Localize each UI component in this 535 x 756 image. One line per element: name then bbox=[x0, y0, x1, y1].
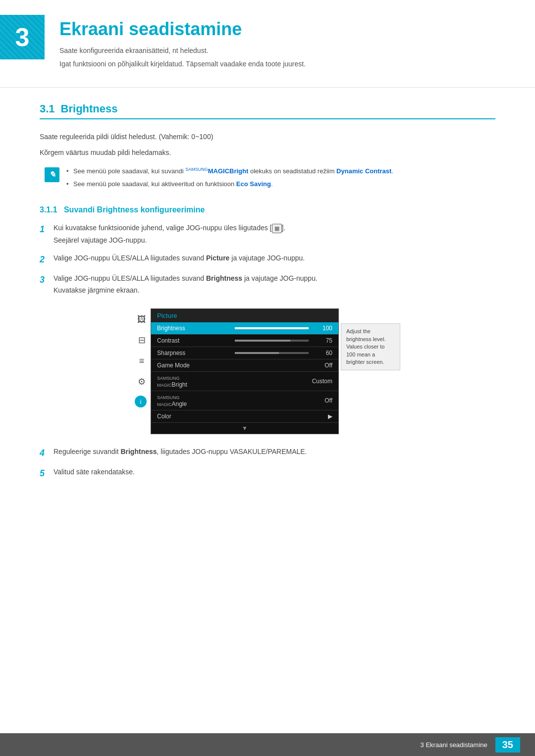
menu-label-gamemode: Game Mode bbox=[157, 362, 245, 369]
menu-item-magicbright: SAMSUNGMAGICBright Custom bbox=[151, 372, 338, 391]
monitor-wrapper: 🖼 ⊟ ≡ ⚙ i Picture Brightness 100 bbox=[135, 308, 400, 434]
subsection-311-header: 3.1.1 Suvandi Brightness konfigureerimin… bbox=[40, 205, 495, 214]
menu-scroll-down: ▼ bbox=[151, 423, 338, 434]
step-num-5: 5 bbox=[40, 466, 54, 481]
step-num-3: 3 bbox=[40, 273, 54, 287]
note-pencil-icon: ✎ bbox=[49, 170, 55, 179]
monitor-menu-icon: ≡ bbox=[135, 354, 149, 368]
monitor-left-icons: 🖼 ⊟ ≡ ⚙ i bbox=[135, 308, 149, 414]
note-item-1: See menüü pole saadaval, kui suvandi SAM… bbox=[66, 166, 393, 176]
monitor-gear-icon: ⚙ bbox=[135, 375, 149, 389]
contrast-bar bbox=[235, 340, 309, 342]
note-box: ✎ See menüü pole saadaval, kui suvandi S… bbox=[40, 166, 495, 192]
chapter-desc1: Saate konfigureerida ekraanisätteid, nt … bbox=[59, 46, 306, 56]
kbd-icon: ▦ bbox=[272, 224, 282, 234]
menu-label-brightness: Brightness bbox=[157, 325, 231, 332]
section-desc2: Kõrgem väärtus muudab pildi heledamaks. bbox=[40, 147, 495, 158]
monitor-tooltip: Adjust the brightness level. Values clos… bbox=[341, 323, 400, 370]
color-value: ▶ bbox=[245, 413, 332, 420]
chapter-desc2: Igat funktsiooni on põhjalikult kirjelda… bbox=[59, 59, 306, 69]
step-3: 3 Valige JOG-nuppu ÜLES/ALLA liigutades … bbox=[40, 273, 495, 297]
chapter-title-block: Ekraani seadistamine Saate konfigureerid… bbox=[59, 15, 306, 72]
step-content-1: Kui kuvatakse funktsioonide juhend, vali… bbox=[54, 222, 495, 247]
magicangle-value: Off bbox=[245, 397, 332, 404]
step-content-2: Valige JOG-nuppu ÜLES/ALLA liigutades su… bbox=[54, 252, 495, 264]
menu-item-gamemode: Game Mode Off bbox=[151, 359, 338, 372]
footer-chapter-label: 3 Ekraani seadistamine bbox=[421, 741, 487, 749]
footer: 3 Ekraani seadistamine 35 bbox=[0, 733, 535, 756]
note-item-2: See menüü pole saadaval, kui aktiveeritu… bbox=[66, 179, 393, 189]
sharpness-value: 60 bbox=[313, 350, 332, 356]
menu-item-brightness: Brightness 100 bbox=[151, 322, 338, 335]
section-header-31: 3.1 Brightness bbox=[40, 102, 495, 119]
menu-item-magicangle: SAMSUNGMAGICAngle Off bbox=[151, 391, 338, 410]
monitor-screen: Picture Brightness 100 Contrast bbox=[151, 308, 339, 434]
monitor-container: 🖼 ⊟ ≡ ⚙ i Picture Brightness 100 bbox=[40, 308, 495, 434]
section-title-31: Brightness bbox=[61, 102, 118, 115]
brightness-bar-fill bbox=[235, 327, 309, 329]
step-num-2: 2 bbox=[40, 252, 54, 267]
section-31: 3.1 Brightness Saate reguleerida pildi ü… bbox=[0, 102, 535, 481]
monitor-display-icon: ⊟ bbox=[135, 333, 149, 347]
footer-page-number: 35 bbox=[495, 737, 520, 753]
step-content-5: Valitud säte rakendatakse. bbox=[54, 466, 495, 478]
menu-item-sharpness: Sharpness 60 bbox=[151, 347, 338, 359]
monitor-info-icon: i bbox=[135, 396, 147, 407]
contrast-value: 75 bbox=[313, 337, 332, 344]
sharpness-bar-fill bbox=[235, 352, 279, 354]
step-num-4: 4 bbox=[40, 446, 54, 460]
section-number-31: 3.1 bbox=[40, 102, 55, 115]
brightness-value: 100 bbox=[313, 325, 332, 332]
steps-list: 1 Kui kuvatakse funktsioonide juhend, va… bbox=[40, 222, 495, 297]
menu-label-sharpness: Sharpness bbox=[157, 350, 231, 356]
section-desc1: Saate reguleerida pildi üldist heledust.… bbox=[40, 131, 495, 142]
menu-label-contrast: Contrast bbox=[157, 337, 231, 344]
menu-item-color: Color ▶ bbox=[151, 410, 338, 423]
subsection-311-title: 3.1.1 Suvandi Brightness konfigureerimin… bbox=[40, 205, 205, 214]
chapter-number-block: 3 bbox=[0, 15, 45, 59]
magicbright-value: Custom bbox=[245, 378, 332, 385]
chapter-header: 3 Ekraani seadistamine Saate konfigureer… bbox=[0, 0, 535, 82]
steps-list-45: 4 Reguleerige suvandit Brightness, liigu… bbox=[40, 446, 495, 481]
step-content-3: Valige JOG-nuppu ÜLES/ALLA liigutades su… bbox=[54, 273, 495, 297]
contrast-bar-fill bbox=[235, 340, 290, 342]
step-4: 4 Reguleerige suvandit Brightness, liigu… bbox=[40, 446, 495, 460]
step-5: 5 Valitud säte rakendatakse. bbox=[40, 466, 495, 481]
menu-panel: Picture Brightness 100 Contrast bbox=[151, 309, 338, 434]
chapter-number: 3 bbox=[15, 22, 30, 52]
step-num-1: 1 bbox=[40, 222, 54, 237]
monitor-picture-icon: 🖼 bbox=[135, 312, 149, 326]
menu-header: Picture bbox=[151, 309, 338, 322]
step-2: 2 Valige JOG-nuppu ÜLES/ALLA liigutades … bbox=[40, 252, 495, 267]
menu-label-magicbright: SAMSUNGMAGICBright bbox=[157, 374, 245, 388]
menu-item-contrast: Contrast 75 bbox=[151, 335, 338, 347]
step-content-4: Reguleerige suvandit Brightness, liiguta… bbox=[54, 446, 495, 458]
menu-label-magicangle: SAMSUNGMAGICAngle bbox=[157, 394, 245, 407]
brightness-bar bbox=[235, 327, 309, 329]
note-icon: ✎ bbox=[45, 167, 59, 182]
sharpness-bar bbox=[235, 352, 309, 354]
note-list: See menüü pole saadaval, kui suvandi SAM… bbox=[66, 166, 393, 192]
chapter-title: Ekraani seadistamine bbox=[59, 19, 306, 40]
menu-label-color: Color bbox=[157, 413, 245, 420]
step-1: 1 Kui kuvatakse funktsioonide juhend, va… bbox=[40, 222, 495, 247]
gamemode-value: Off bbox=[245, 362, 332, 369]
